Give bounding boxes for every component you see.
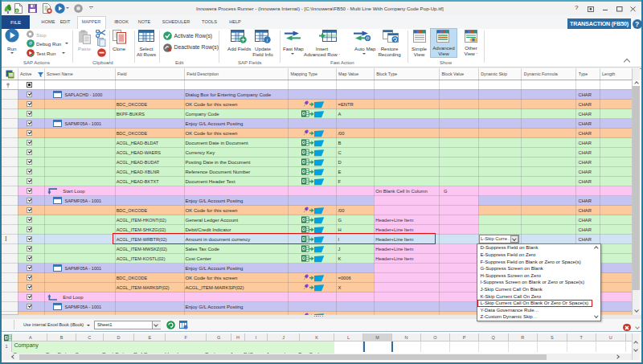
svg-text:i: i xyxy=(267,37,268,43)
